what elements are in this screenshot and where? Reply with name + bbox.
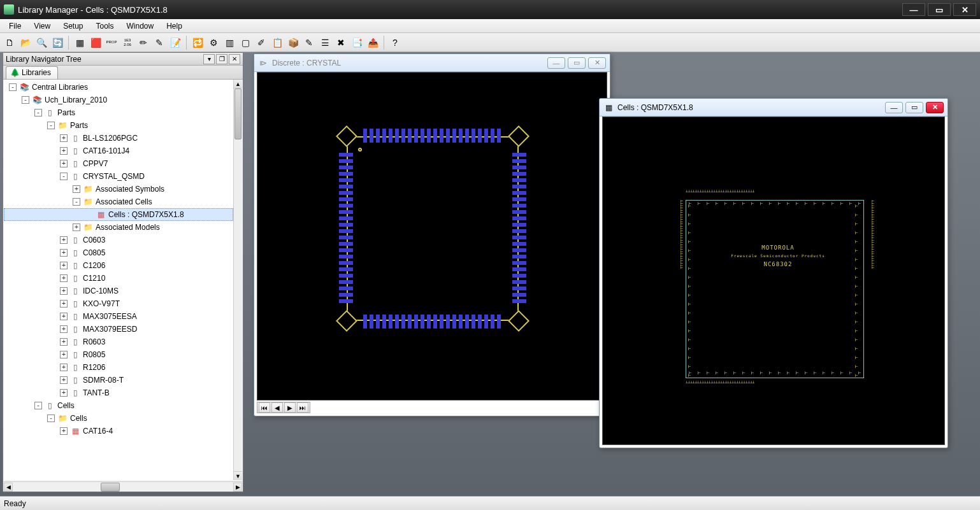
open-file-icon[interactable]: 📂 xyxy=(18,36,32,50)
tree-node[interactable]: +▯MAX3075EESA xyxy=(4,310,233,323)
tree-node[interactable]: +▯R0603 xyxy=(4,336,233,348)
compile-icon[interactable]: ⚙ xyxy=(206,36,220,50)
expand-icon[interactable]: + xyxy=(60,274,68,282)
properties-icon[interactable]: PROP xyxy=(104,36,119,50)
collapse-icon[interactable]: - xyxy=(34,402,42,409)
tree-node[interactable]: +▯TANT-B xyxy=(4,386,233,399)
tree-node[interactable]: -▯Cells xyxy=(4,399,233,412)
color-swatches-icon[interactable]: 🟥 xyxy=(89,36,103,50)
close-button[interactable]: ✕ xyxy=(953,3,976,16)
window-discrete-crystal[interactable]: ⧐ Discrete : CRYSTAL — ▭ ✕ ⏮ ◀ ▶ xyxy=(254,53,610,416)
tree-node[interactable]: +▦CAT16-4 xyxy=(4,425,233,437)
maximize-button[interactable]: ▭ xyxy=(928,3,951,16)
collapse-icon[interactable]: - xyxy=(60,173,68,180)
tree-node[interactable]: +📁Associated Symbols xyxy=(4,183,233,195)
expand-icon[interactable]: + xyxy=(60,389,68,397)
scroll-down-icon[interactable]: ▼ xyxy=(234,471,242,480)
tree-node[interactable]: -📁Associated Cells xyxy=(4,195,233,208)
tree-node[interactable]: +▯R0805 xyxy=(4,348,233,361)
menu-help[interactable]: Help xyxy=(160,20,189,32)
next-view-button[interactable]: ▶ xyxy=(284,402,296,413)
expand-icon[interactable]: + xyxy=(60,338,68,346)
tree-node[interactable]: +▯C0603 xyxy=(4,234,233,246)
collapse-icon[interactable]: - xyxy=(47,122,55,129)
expand-icon[interactable]: + xyxy=(73,185,80,193)
expand-icon[interactable]: + xyxy=(60,427,68,435)
tree-node[interactable]: -▯CRYSTAL_QSMD xyxy=(4,170,233,183)
child-close-button[interactable]: ✕ xyxy=(926,102,944,113)
tree-node[interactable]: -▯Parts xyxy=(4,106,233,119)
tree-hscrollbar[interactable]: ◀ ▶ xyxy=(4,481,242,492)
tree-node[interactable]: +▯C1210 xyxy=(4,272,233,285)
find-icon[interactable]: 🔍 xyxy=(34,36,48,50)
help-icon[interactable]: ? xyxy=(388,36,402,50)
tree-node[interactable]: +▯R1206 xyxy=(4,361,233,374)
child-minimize-button[interactable]: — xyxy=(547,57,565,69)
copy-part-icon[interactable]: 📑 xyxy=(350,36,364,50)
expand-icon[interactable]: + xyxy=(60,287,68,295)
tree-vscrollbar[interactable]: ▲ ▼ xyxy=(233,80,242,480)
expand-icon[interactable]: + xyxy=(60,300,68,308)
tree-node[interactable]: +▯SDMR-08-T xyxy=(4,374,233,386)
expand-icon[interactable]: + xyxy=(60,249,68,257)
chip-icon[interactable]: ▥ xyxy=(222,36,236,50)
edit-cell2-icon[interactable]: ✐ xyxy=(254,36,268,50)
tree-node[interactable]: ▦Cells : QSMD7X5X1.8 xyxy=(4,208,233,221)
tree-node[interactable]: +▯BL-LS1206PGC xyxy=(4,132,233,145)
layers-icon[interactable]: ☰ xyxy=(318,36,332,50)
tree-node[interactable]: +▯CPPV7 xyxy=(4,157,233,170)
edit-symbol-icon[interactable]: ✎ xyxy=(152,36,166,50)
scroll-left-icon[interactable]: ◀ xyxy=(4,483,13,492)
last-view-button[interactable]: ⏭ xyxy=(297,402,308,413)
tree-node[interactable]: +▯C1206 xyxy=(4,259,233,272)
collapse-icon[interactable]: - xyxy=(73,198,80,206)
menu-window[interactable]: Window xyxy=(120,20,161,32)
scroll-up-icon[interactable]: ▲ xyxy=(234,80,242,89)
scroll-right-icon[interactable]: ▶ xyxy=(233,483,242,492)
panel-close-button[interactable]: ✕ xyxy=(229,54,240,64)
grid-icon[interactable]: ▦ xyxy=(73,36,87,50)
first-view-button[interactable]: ⏮ xyxy=(259,402,270,413)
refresh-icon[interactable]: 🔄 xyxy=(50,36,64,50)
menu-tools[interactable]: Tools xyxy=(90,20,120,32)
expand-icon[interactable]: + xyxy=(60,262,68,269)
tree-node[interactable]: +▯C0805 xyxy=(4,246,233,259)
window-cells-qsmd[interactable]: ▦ Cells : QSMD7X5X1.8 — ▭ ✕ MOTOROLA Fre… xyxy=(599,98,948,448)
minimize-button[interactable]: — xyxy=(902,3,925,16)
scroll-thumb[interactable] xyxy=(234,89,241,139)
child-titlebar[interactable]: ⧐ Discrete : CRYSTAL — ▭ ✕ xyxy=(254,54,610,72)
delete-icon[interactable]: ✖ xyxy=(334,36,348,50)
tree-node[interactable]: -📁Parts xyxy=(4,119,233,132)
sync-icon[interactable]: 🔁 xyxy=(191,36,205,50)
tree-node[interactable]: -📚Uch_Library_2010 xyxy=(4,94,233,106)
menu-file[interactable]: File xyxy=(3,20,27,32)
collapse-icon[interactable]: - xyxy=(34,109,42,117)
child-close-button[interactable]: ✕ xyxy=(588,57,606,69)
collapse-icon[interactable]: - xyxy=(9,83,17,91)
expand-icon[interactable]: + xyxy=(60,160,68,167)
clipboard-icon[interactable]: 📋 xyxy=(270,36,284,50)
cell-canvas[interactable]: MOTOROLA Freescale Semiconductor Product… xyxy=(602,117,945,445)
symbol-canvas[interactable] xyxy=(257,72,607,400)
tree-node[interactable]: -📚Central Libraries xyxy=(4,81,233,94)
new-file-icon[interactable]: 🗋 xyxy=(3,36,17,50)
menu-view[interactable]: View xyxy=(27,20,57,32)
expand-icon[interactable]: + xyxy=(73,223,80,231)
move-part-icon[interactable]: 📤 xyxy=(366,36,380,50)
tree-node[interactable]: +▯CAT16-101J4 xyxy=(4,145,233,157)
child-titlebar[interactable]: ▦ Cells : QSMD7X5X1.8 — ▭ ✕ xyxy=(600,99,948,117)
collapse-icon[interactable]: - xyxy=(22,96,29,104)
panel-pin-button[interactable]: ▾ xyxy=(203,54,215,64)
collapse-icon[interactable]: - xyxy=(47,414,55,422)
blank-icon[interactable]: ▢ xyxy=(238,36,252,50)
tree-node[interactable]: -📁Cells xyxy=(4,412,233,425)
expand-icon[interactable]: + xyxy=(60,376,68,384)
menu-setup[interactable]: Setup xyxy=(57,20,89,32)
tab-libraries[interactable]: 🌲 Libraries xyxy=(6,66,58,79)
expand-icon[interactable]: + xyxy=(60,364,68,371)
hscroll-thumb[interactable] xyxy=(101,483,120,492)
units-icon[interactable]: 1E3 2.06 xyxy=(120,36,134,50)
child-maximize-button[interactable]: ▭ xyxy=(905,102,923,113)
edit-part-icon[interactable]: ✏ xyxy=(136,36,150,50)
tree-node[interactable]: +▯MAX3079EESD xyxy=(4,323,233,336)
